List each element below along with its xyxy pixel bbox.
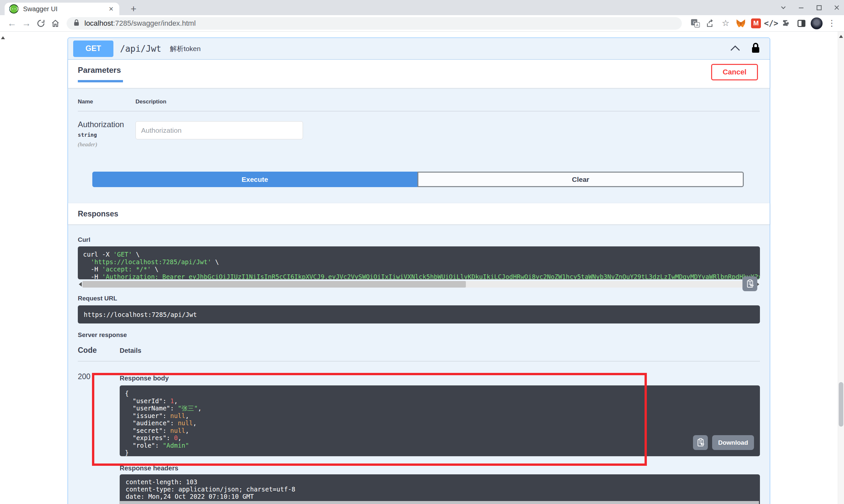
- side-panel-icon[interactable]: [794, 16, 809, 31]
- endpoint-summary: 解析token: [170, 44, 201, 53]
- request-url-value: https://localhost:7285/api/Jwt: [84, 311, 197, 318]
- response-body-block: { "userId": 1, "userName": "张三", "issuer…: [120, 385, 760, 456]
- column-header-description: Description: [136, 98, 167, 105]
- operation-block-get-api-jwt: GET /api/Jwt 解析token Parameters Cancel N…: [68, 38, 770, 504]
- browser-tab[interactable]: {··} Swagger UI ×: [5, 3, 119, 15]
- parameter-location: (header): [78, 141, 136, 148]
- window-maximize-icon[interactable]: [815, 4, 823, 12]
- authorization-lock-icon[interactable]: [751, 42, 761, 55]
- parameter-row-authorization: Authorization string (header): [78, 111, 760, 148]
- translate-icon[interactable]: GA: [688, 16, 703, 31]
- copy-curl-button[interactable]: [742, 276, 757, 291]
- reload-icon[interactable]: [34, 16, 48, 31]
- cancel-button[interactable]: Cancel: [711, 64, 758, 80]
- tab-search-chevron-icon[interactable]: [779, 4, 787, 12]
- window-close-icon[interactable]: [833, 4, 841, 12]
- swagger-page: GET /api/Jwt 解析token Parameters Cancel N…: [0, 32, 844, 504]
- clear-button[interactable]: Clear: [417, 172, 744, 187]
- response-row-200: 200 Response body { "userId": 1, "userNa…: [78, 361, 760, 504]
- curl-horizontal-scrollbar[interactable]: [78, 281, 760, 288]
- scroll-left-icon[interactable]: [78, 281, 82, 288]
- share-icon[interactable]: [703, 16, 718, 31]
- endpoint-path: /api/Jwt: [120, 44, 161, 54]
- parameter-name: Authorization: [78, 120, 136, 129]
- browser-menu-icon[interactable]: ⋮: [824, 16, 839, 31]
- download-button[interactable]: Download: [712, 435, 754, 450]
- profile-avatar[interactable]: [809, 16, 824, 31]
- request-url-block: https://localhost:7285/api/Jwt: [78, 305, 760, 323]
- parameters-table: Name Description Authorization string (h…: [68, 98, 770, 187]
- operation-summary-row[interactable]: GET /api/Jwt 解析token: [68, 38, 770, 60]
- forward-icon[interactable]: →: [19, 16, 34, 31]
- code-column-header: Code: [78, 346, 120, 355]
- page-scroll-up-icon[interactable]: [1, 36, 5, 39]
- curl-label: Curl: [78, 236, 760, 244]
- response-headers-scrollbar-track[interactable]: [119, 501, 759, 504]
- gmail-extension-icon[interactable]: M: [748, 16, 763, 31]
- responses-body: Curl curl -X 'GET' \ 'https://localhost:…: [68, 236, 770, 504]
- responses-title: Responses: [78, 210, 118, 218]
- status-code: 200: [78, 361, 120, 504]
- bookmark-star-icon[interactable]: ☆: [718, 16, 733, 31]
- lock-icon: [73, 19, 80, 28]
- back-icon[interactable]: ←: [5, 16, 19, 31]
- svg-text:A: A: [696, 23, 699, 27]
- parameter-type: string: [78, 132, 136, 138]
- column-header-name: Name: [78, 98, 136, 105]
- browser-toolbar: ← → localhost:7285/swagger/index.html GA…: [0, 15, 844, 32]
- response-headers-label: Response headers: [120, 465, 760, 472]
- http-method-badge: GET: [73, 40, 114, 57]
- collapse-chevron-icon[interactable]: [729, 44, 741, 53]
- execute-button[interactable]: Execute: [92, 172, 417, 187]
- request-url-label: Request URL: [78, 295, 760, 302]
- close-tab-icon[interactable]: ×: [107, 5, 115, 13]
- tab-title: Swagger UI: [23, 5, 107, 13]
- window-minimize-icon[interactable]: [797, 4, 805, 12]
- authorization-input[interactable]: [136, 121, 303, 139]
- url-path: :7285/swagger/index.html: [113, 19, 196, 28]
- responses-section-header: Responses: [68, 203, 770, 224]
- swagger-favicon-icon: {··}: [9, 4, 18, 14]
- metamask-extension-icon[interactable]: [733, 16, 748, 31]
- home-icon[interactable]: [48, 16, 63, 31]
- details-column-header: Details: [120, 347, 141, 355]
- parameters-section-header: Parameters Cancel: [68, 60, 770, 88]
- extensions-puzzle-icon[interactable]: [779, 16, 794, 31]
- curl-command-block: curl -X 'GET' \ 'https://localhost:7285/…: [78, 247, 760, 280]
- response-headers-block: content-length: 103content-type: applica…: [120, 474, 760, 504]
- page-vertical-scrollbar[interactable]: [838, 32, 844, 504]
- copy-response-button[interactable]: [693, 435, 708, 450]
- scrollbar-up-icon[interactable]: [839, 35, 843, 38]
- url-host: localhost: [84, 19, 113, 28]
- address-bar[interactable]: localhost:7285/swagger/index.html: [67, 17, 682, 30]
- tab-parameters[interactable]: Parameters: [78, 66, 123, 82]
- code-extension-icon[interactable]: </>: [763, 16, 779, 31]
- browser-tab-strip: {··} Swagger UI × +: [0, 0, 844, 15]
- scrollbar-thumb[interactable]: [82, 281, 466, 288]
- new-tab-button[interactable]: +: [127, 3, 140, 15]
- server-response-label: Server response: [78, 331, 760, 339]
- response-body-label: Response body: [120, 375, 760, 382]
- page-scrollbar-thumb[interactable]: [839, 382, 843, 427]
